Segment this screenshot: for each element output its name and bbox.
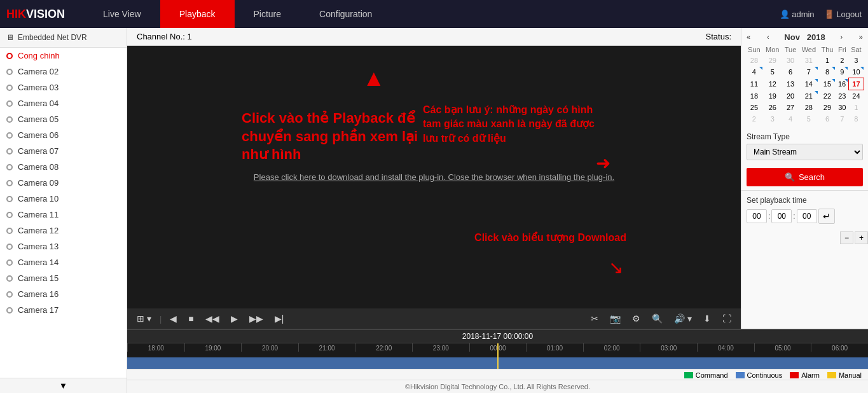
nav-configuration[interactable]: Configuration bbox=[300, 0, 391, 28]
calendar-day[interactable]: 30 bbox=[782, 55, 799, 66]
calendar-day[interactable]: 5 bbox=[799, 113, 818, 125]
calendar-day[interactable]: 8 bbox=[818, 66, 836, 78]
calendar-day[interactable]: 1 bbox=[818, 55, 836, 66]
fast-forward-button[interactable]: ▶▶ bbox=[246, 312, 266, 325]
calendar-day[interactable]: 1 bbox=[848, 102, 864, 113]
calendar-day[interactable]: 8 bbox=[848, 113, 864, 125]
camera-dot bbox=[6, 132, 13, 139]
calendar-day[interactable]: 17 bbox=[848, 78, 864, 90]
calendar-day[interactable]: 3 bbox=[848, 55, 864, 66]
calendar-day[interactable]: 3 bbox=[763, 113, 782, 125]
calendar-day[interactable]: 7 bbox=[836, 113, 848, 125]
calendar-day[interactable]: 2 bbox=[745, 113, 763, 125]
calendar-day[interactable]: 11 bbox=[745, 78, 763, 90]
sidebar-scroll[interactable]: Cong chinh Camera 02 Camera 03 Camera 04… bbox=[0, 48, 127, 378]
calendar-header: « ‹ Nov 2018 › » bbox=[745, 32, 864, 42]
calendar-day[interactable]: 16 bbox=[836, 78, 848, 90]
calendar-day[interactable]: 4 bbox=[782, 113, 799, 125]
cal-next-year-button[interactable]: » bbox=[858, 32, 864, 42]
nav-playback[interactable]: Playback bbox=[160, 0, 235, 28]
timeline-bar-area[interactable]: 18:00 19:00 20:00 21:00 22:00 23:00 00:0… bbox=[127, 343, 868, 369]
stream-type-select[interactable]: Main Stream Sub Stream bbox=[747, 144, 863, 160]
download-button[interactable]: ⬇ bbox=[700, 312, 714, 325]
calendar-day[interactable]: 29 bbox=[818, 102, 836, 113]
nav-logout[interactable]: 🚪 Logout bbox=[824, 10, 862, 19]
sidebar-item-camera13[interactable]: Camera 13 bbox=[0, 238, 127, 254]
playback-time-label: Set playback time bbox=[747, 196, 863, 205]
sidebar-item-camera05[interactable]: Camera 05 bbox=[0, 111, 127, 127]
calendar-day[interactable]: 20 bbox=[782, 90, 799, 102]
plugin-link[interactable]: Please click here to download and instal… bbox=[254, 172, 614, 182]
calendar-day[interactable]: 23 bbox=[836, 90, 848, 102]
sidebar-item-camera14[interactable]: Camera 14 bbox=[0, 254, 127, 270]
calendar-day[interactable]: 21 bbox=[799, 90, 818, 102]
sidebar-item-cong-chinh[interactable]: Cong chinh bbox=[0, 48, 127, 64]
volume-button[interactable]: 🔊 ▾ bbox=[671, 312, 695, 325]
calendar-day[interactable]: 10 bbox=[848, 66, 864, 78]
calendar-day[interactable]: 31 bbox=[799, 55, 818, 66]
sidebar-item-camera15[interactable]: Camera 15 bbox=[0, 270, 127, 286]
calendar-day[interactable]: 6 bbox=[782, 66, 799, 78]
calendar-day[interactable]: 29 bbox=[763, 55, 782, 66]
calendar-day[interactable]: 14 bbox=[799, 78, 818, 90]
sidebar-item-camera12[interactable]: Camera 12 bbox=[0, 223, 127, 238]
cal-prev-year-button[interactable]: « bbox=[745, 32, 752, 42]
prev-frame-button[interactable]: ◀ bbox=[167, 312, 180, 325]
calendar-day[interactable]: 28 bbox=[799, 102, 818, 113]
calendar-day[interactable]: 22 bbox=[818, 90, 836, 102]
sidebar-item-camera11[interactable]: Camera 11 bbox=[0, 207, 127, 223]
clip-button[interactable]: ✂ bbox=[588, 312, 602, 325]
zoom-button[interactable]: 🔍 bbox=[649, 312, 666, 325]
calendar-day[interactable]: 7 bbox=[799, 66, 818, 78]
nav-live-view[interactable]: Live View bbox=[84, 0, 160, 28]
playback-minute-input[interactable] bbox=[771, 209, 792, 223]
rewind-button[interactable]: ◀◀ bbox=[202, 312, 223, 325]
calendar-day[interactable]: 4 bbox=[745, 66, 763, 78]
snapshot-button[interactable]: 📷 bbox=[607, 312, 624, 325]
sidebar-item-camera09[interactable]: Camera 09 bbox=[0, 175, 127, 191]
zoom-controls: − + bbox=[741, 231, 868, 244]
calendar-day[interactable]: 2 bbox=[836, 55, 848, 66]
calendar-day[interactable]: 27 bbox=[782, 102, 799, 113]
zoom-out-button[interactable]: − bbox=[840, 231, 853, 244]
nav-picture[interactable]: Picture bbox=[235, 0, 301, 28]
calendar-day[interactable]: 24 bbox=[848, 90, 864, 102]
sidebar-item-camera07[interactable]: Camera 07 bbox=[0, 143, 127, 159]
calendar-day[interactable]: 15 bbox=[818, 78, 836, 90]
sidebar-item-camera06[interactable]: Camera 06 bbox=[0, 127, 127, 143]
calendar-day[interactable]: 12 bbox=[763, 78, 782, 90]
cal-prev-month-button[interactable]: ‹ bbox=[766, 32, 771, 42]
calendar-day[interactable]: 9 bbox=[836, 66, 848, 78]
cal-next-month-button[interactable]: › bbox=[839, 32, 844, 42]
calendar-day[interactable]: 26 bbox=[763, 102, 782, 113]
calendar-day[interactable]: 13 bbox=[782, 78, 799, 90]
search-button[interactable]: 🔍 Search bbox=[747, 168, 863, 186]
sidebar-item-camera08[interactable]: Camera 08 bbox=[0, 159, 127, 175]
sidebar-item-camera03[interactable]: Camera 03 bbox=[0, 79, 127, 95]
calendar-day[interactable]: 19 bbox=[763, 90, 782, 102]
plugin-text[interactable]: Please click here to download and instal… bbox=[254, 172, 614, 182]
stop-button[interactable]: ■ bbox=[185, 312, 196, 325]
video-controls: ⊞ ▾ | ◀ ■ ◀◀ ▶ ▶▶ ▶| ✂ 📷 ⚙ 🔍 🔊 ▾ ⬇ ⛶ bbox=[127, 308, 741, 329]
zoom-in-button[interactable]: + bbox=[855, 231, 868, 244]
sidebar-item-camera10[interactable]: Camera 10 bbox=[0, 191, 127, 207]
scroll-down-button[interactable]: ▼ bbox=[0, 378, 127, 393]
play-button[interactable]: ▶ bbox=[228, 312, 241, 325]
playback-second-input[interactable] bbox=[797, 209, 817, 223]
calendar-day[interactable]: 25 bbox=[745, 102, 763, 113]
sidebar-item-camera04[interactable]: Camera 04 bbox=[0, 95, 127, 111]
calendar-day[interactable]: 18 bbox=[745, 90, 763, 102]
playback-go-button[interactable]: ↵ bbox=[818, 209, 835, 224]
layout-button[interactable]: ⊞ ▾ bbox=[134, 312, 155, 325]
fullscreen-button[interactable]: ⛶ bbox=[719, 312, 734, 325]
sidebar-item-camera17[interactable]: Camera 17 bbox=[0, 302, 127, 318]
tools-button[interactable]: ⚙ bbox=[629, 312, 644, 325]
playback-hour-input[interactable] bbox=[747, 209, 767, 223]
sidebar-item-camera16[interactable]: Camera 16 bbox=[0, 286, 127, 302]
next-frame-button[interactable]: ▶| bbox=[272, 312, 287, 325]
calendar-day[interactable]: 5 bbox=[763, 66, 782, 78]
calendar-day[interactable]: 30 bbox=[836, 102, 848, 113]
calendar-day[interactable]: 6 bbox=[818, 113, 836, 125]
calendar-day[interactable]: 28 bbox=[745, 55, 763, 66]
sidebar-item-camera02[interactable]: Camera 02 bbox=[0, 64, 127, 79]
